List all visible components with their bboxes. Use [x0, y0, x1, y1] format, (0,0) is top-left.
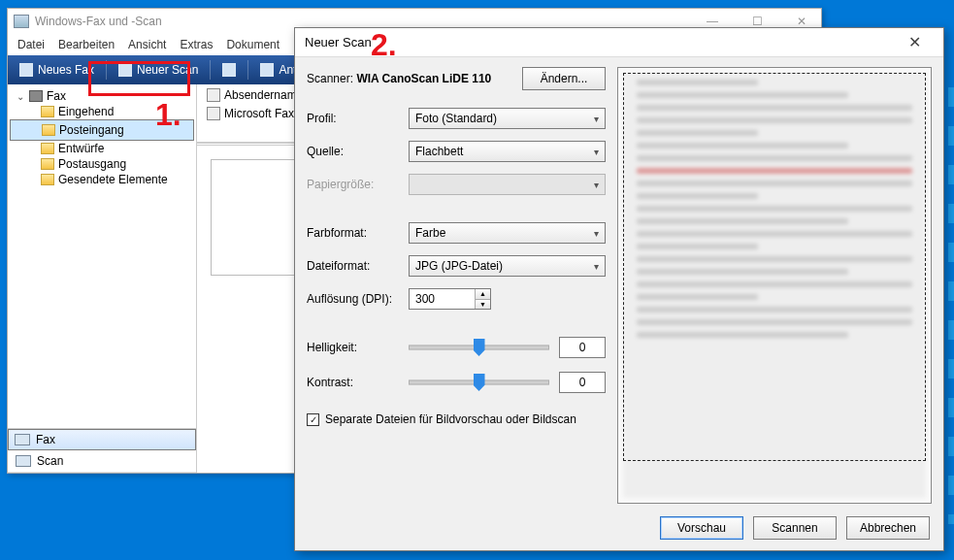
menu-datei[interactable]: Datei — [17, 38, 45, 51]
reply-icon — [260, 63, 274, 77]
crop-selection[interactable] — [623, 73, 926, 461]
slider-thumb[interactable] — [474, 339, 485, 356]
dialog-close-button[interactable]: ✕ — [895, 33, 934, 51]
contrast-value[interactable]: 0 — [559, 372, 606, 393]
close-button[interactable]: ✕ — [788, 15, 815, 28]
separator — [247, 60, 248, 80]
source-label: Quelle: — [307, 145, 409, 158]
dialog-title: Neuer Scan — [305, 35, 372, 49]
papersize-select: ▾ — [409, 174, 606, 195]
brightness-slider[interactable] — [409, 339, 549, 356]
folder-icon — [41, 158, 54, 170]
document-preview — [211, 159, 298, 276]
column-icon — [207, 107, 220, 120]
papersize-label: Papiergröße: — [307, 178, 409, 191]
separate-files-checkbox[interactable]: ✓ — [307, 413, 319, 426]
cancel-button[interactable]: Abbrechen — [846, 516, 930, 540]
generic-icon — [222, 63, 236, 77]
chevron-down-icon: ▾ — [594, 147, 599, 157]
new-scan-dialog: Neuer Scan ✕ Scanner: WIA CanoScan LiDE … — [294, 27, 944, 551]
folder-tree: ⌄Fax Eingehend Posteingang Entwürfe Post… — [8, 84, 197, 473]
scan-button[interactable]: Scannen — [753, 516, 837, 540]
column-icon — [207, 88, 220, 102]
scan-preview-area[interactable] — [617, 67, 932, 504]
profile-select[interactable]: Foto (Standard)▾ — [409, 108, 606, 129]
menu-ansicht[interactable]: Ansicht — [128, 38, 166, 51]
toolbar-extra-1[interactable] — [214, 60, 244, 80]
chevron-down-icon: ▾ — [594, 114, 599, 124]
sidebar-tab-fax[interactable]: Fax — [8, 429, 196, 450]
folder-icon — [42, 124, 55, 136]
change-scanner-button[interactable]: Ändern... — [522, 67, 606, 90]
profile-label: Profil: — [307, 112, 409, 125]
spin-up-icon[interactable]: ▲ — [476, 289, 490, 300]
chevron-down-icon: ▾ — [594, 261, 599, 272]
folder-icon — [41, 143, 54, 154]
dialog-footer: Vorschau Scannen Abbrechen — [295, 506, 943, 550]
menu-dokument[interactable]: Dokument — [226, 38, 280, 51]
folder-icon — [41, 174, 54, 185]
brightness-label: Helligkeit: — [307, 341, 409, 354]
fax-icon — [19, 63, 33, 77]
spin-down-icon[interactable]: ▼ — [476, 300, 490, 310]
col-microsoft-fax[interactable]: Microsoft Fax — [203, 105, 298, 122]
fax-icon — [15, 434, 30, 445]
minimize-button[interactable]: — — [699, 15, 726, 28]
main-title: Windows-Fax und -Scan — [35, 15, 162, 28]
folder-icon — [41, 106, 54, 117]
slider-thumb[interactable] — [474, 374, 485, 391]
colorformat-label: Farbformat: — [307, 226, 409, 240]
chevron-down-icon: ▾ — [594, 228, 599, 239]
scanner-label: Scanner: WIA CanoScan LiDE 110 — [307, 72, 491, 85]
preview-button[interactable]: Vorschau — [660, 516, 743, 540]
col-absendername[interactable]: Absendername — [203, 86, 307, 104]
annotation-2-label: 2. — [371, 27, 397, 63]
sidebar-tabs: Fax Scan — [8, 428, 197, 473]
annotation-1-box — [88, 61, 190, 96]
scanner-icon — [16, 455, 31, 467]
source-select[interactable]: Flachbett▾ — [409, 141, 606, 162]
contrast-label: Kontrast: — [307, 376, 409, 389]
app-icon — [14, 15, 29, 28]
contrast-slider[interactable] — [409, 374, 549, 391]
brightness-value[interactable]: 0 — [559, 337, 606, 358]
colorformat-select[interactable]: Farbe▾ — [409, 222, 606, 244]
separate-files-label: Separate Dateien für Bildvorschau oder B… — [325, 412, 576, 426]
chevron-down-icon: ▾ — [594, 180, 599, 190]
fileformat-select[interactable]: JPG (JPG-Datei)▾ — [409, 255, 606, 277]
separator — [210, 60, 211, 80]
menu-extras[interactable]: Extras — [180, 38, 213, 51]
dpi-spinner[interactable]: ▲▼ — [475, 289, 490, 309]
tree-item-postausgang[interactable]: Postausgang — [10, 156, 194, 172]
tree-item-entwuerfe[interactable]: Entwürfe — [10, 141, 194, 156]
sidebar-tab-scan[interactable]: Scan — [8, 450, 196, 473]
annotation-1-label: 1. — [155, 97, 181, 133]
dpi-label: Auflösung (DPI): — [307, 292, 409, 306]
maximize-button[interactable]: ☐ — [743, 15, 771, 28]
dpi-input[interactable]: 300 ▲▼ — [409, 288, 491, 310]
fileformat-label: Dateiformat: — [307, 259, 409, 273]
menu-bearbeiten[interactable]: Bearbeiten — [58, 38, 115, 51]
printer-icon — [29, 90, 43, 102]
tree-item-gesendete[interactable]: Gesendete Elemente — [10, 172, 194, 187]
